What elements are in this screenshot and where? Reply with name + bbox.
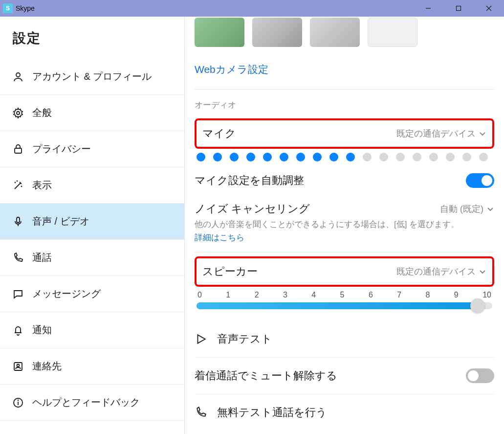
svg-rect-1 [457,6,461,11]
volume-scale-labels: 012345678910 [197,291,492,302]
nav-label: 通話 [32,251,52,264]
mic-device-dropdown[interactable]: 既定の通信デバイス [396,128,486,139]
mic-level-dot [263,153,272,161]
close-button[interactable] [474,0,504,17]
maximize-button[interactable] [443,0,474,17]
nav-audio-video[interactable]: 音声 / ビデオ [0,204,184,240]
svg-point-12 [17,364,20,366]
bg-thumb[interactable] [195,18,244,47]
noise-cancelling-value: 自動 (既定) [440,203,483,215]
play-icon [195,333,207,345]
svg-point-4 [16,73,20,77]
nav-help-feedback[interactable]: ヘルプとフィードバック [0,385,184,421]
nav-messaging[interactable]: メッセージング [0,276,184,312]
mic-level-dot [462,153,471,161]
speaker-device-dropdown[interactable]: 既定の通信デバイス [396,266,486,277]
mic-level-dot [346,153,355,161]
skype-icon: S [3,3,13,13]
phone-icon [195,406,207,419]
nav-label: ヘルプとフィードバック [32,396,140,409]
bg-thumb[interactable] [252,18,302,47]
mic-selector-highlight: マイク 既定の通信デバイス [195,118,494,149]
mic-level-dot [213,153,222,161]
audio-test-button[interactable]: 音声テスト [195,321,494,357]
audio-section-label: オーディオ [195,90,494,117]
volume-tick-label: 2 [255,291,259,299]
titlebar: S Skype [0,0,504,17]
nav-contacts[interactable]: 連絡先 [0,348,184,385]
content-pane: Webカメラ設定 オーディオ マイク 既定の通信デバイス [185,17,504,434]
svg-marker-16 [198,335,205,343]
test-call-button[interactable]: 無料テスト通話を行う [195,394,494,431]
svg-rect-10 [17,217,20,223]
mic-level-dot [280,153,288,161]
microphone-icon [12,215,24,228]
volume-slider[interactable] [197,302,492,309]
window-title: Skype [16,4,35,12]
volume-tick-label: 9 [454,291,459,299]
mic-level-dot [329,153,338,161]
svg-rect-6 [15,148,22,153]
mic-device-value: 既定の通信デバイス [396,128,476,139]
test-call-label: 無料テスト通話を行う [217,405,327,420]
volume-tick-label: 0 [197,291,202,299]
svg-point-9 [17,181,18,181]
unmute-incoming-toggle[interactable] [466,368,494,383]
noise-cancelling-dropdown[interactable]: 自動 (既定) [440,203,494,215]
volume-tick-label: 6 [369,291,373,299]
nav-account-profile[interactable]: アカウント & プロフィール [0,59,184,95]
volume-tick-label: 7 [397,291,401,299]
svg-point-5 [17,112,20,114]
volume-tick-label: 8 [426,291,430,299]
audio-test-label: 音声テスト [217,332,272,346]
volume-slider-wrap: 012345678910 [195,288,494,321]
nav-label: プライバシー [32,142,91,156]
mic-level-dot [429,153,438,161]
volume-slider-fill [197,302,478,309]
lock-icon [12,143,24,156]
svg-point-8 [22,186,22,186]
volume-tick-label: 1 [226,291,230,299]
mic-level-dot [396,153,405,161]
nav-label: 連絡先 [32,360,62,373]
speaker-device-value: 既定の通信デバイス [396,266,476,277]
chevron-down-icon [479,130,486,137]
noise-learn-more-link[interactable]: 詳細はこちら [195,231,244,252]
bell-icon [12,324,24,337]
phone-icon [12,251,24,264]
webcam-settings-link[interactable]: Webカメラ設定 [195,57,268,89]
nav-appearance[interactable]: 表示 [0,167,184,204]
nav-calling[interactable]: 通話 [0,240,184,276]
noise-cancelling-label: ノイズ キャンセリング [195,202,310,216]
mic-level-dot [413,153,421,161]
volume-tick-label: 5 [340,291,345,299]
svg-point-15 [18,400,19,400]
gear-icon [12,107,24,119]
mic-level-dot [363,153,372,161]
mic-level-meter [195,150,494,166]
bg-thumb[interactable] [310,18,360,47]
volume-tick-label: 4 [311,291,316,299]
nav-list: アカウント & プロフィール 全般 プライバシー [0,59,184,421]
nav-label: メッセージング [32,287,101,300]
nav-privacy[interactable]: プライバシー [0,131,184,167]
user-icon [12,70,24,83]
nav-general[interactable]: 全般 [0,95,184,131]
auto-adjust-toggle[interactable] [466,173,494,188]
auto-adjust-row: マイク設定を自動調整 [195,166,494,195]
nav-notifications[interactable]: 通知 [0,312,184,348]
nav-label: 表示 [32,179,52,192]
mic-label: マイク [202,126,236,141]
mic-level-dot [230,153,239,161]
auto-adjust-label: マイク設定を自動調整 [195,173,304,188]
noise-cancelling-row: ノイズ キャンセリング 自動 (既定) [195,195,494,218]
nav-label: 通知 [32,323,52,337]
bg-thumb[interactable] [368,18,417,47]
minimize-button[interactable] [413,0,443,17]
svg-point-7 [15,182,16,183]
info-icon [12,396,24,409]
chat-icon [12,288,24,300]
mic-level-dot [197,153,205,161]
volume-slider-knob[interactable] [470,298,485,313]
background-thumbnails [195,18,494,57]
